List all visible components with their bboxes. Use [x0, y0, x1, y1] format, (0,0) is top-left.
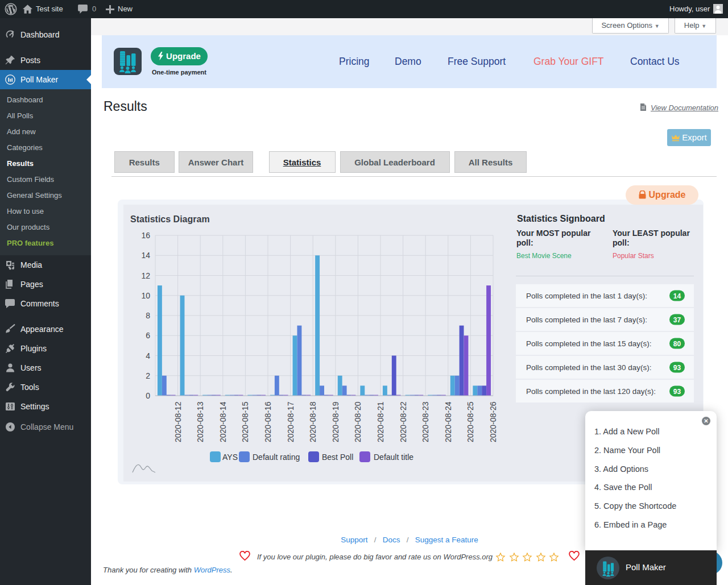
- svg-text:2020-08-20: 2020-08-20: [353, 401, 362, 442]
- svg-text:Your LEAST popular: Your LEAST popular: [613, 229, 690, 238]
- svg-text:Best Poll: Best Poll: [322, 453, 353, 462]
- svg-text:0: 0: [146, 391, 150, 400]
- svg-text:2020-08-26: 2020-08-26: [489, 401, 498, 442]
- svg-text:2020-08-23: 2020-08-23: [421, 401, 430, 442]
- svg-text:2020-08-25: 2020-08-25: [466, 401, 475, 442]
- svg-text:poll:: poll:: [613, 238, 630, 247]
- svg-text:Polls completed in the last 1: Polls completed in the last 1 day(s):: [526, 292, 647, 300]
- svg-text:2020-08-17: 2020-08-17: [286, 401, 295, 442]
- svg-text:Polls completed in the last 12: Polls completed in the last 120 day(s):: [526, 387, 656, 396]
- svg-text:2020-08-13: 2020-08-13: [196, 401, 205, 442]
- svg-text:2020-08-19: 2020-08-19: [331, 401, 340, 442]
- svg-text:Your MOST popular: Your MOST popular: [516, 229, 591, 238]
- svg-text:Polls completed in the last 30: Polls completed in the last 30 day(s):: [526, 363, 652, 372]
- svg-text:Statistics Signboard: Statistics Signboard: [517, 214, 605, 223]
- svg-text:12: 12: [141, 271, 150, 280]
- svg-text:poll:: poll:: [516, 238, 533, 247]
- svg-text:Polls completed in the last 7: Polls completed in the last 7 day(s):: [526, 316, 647, 324]
- svg-text:10: 10: [141, 291, 150, 300]
- svg-text:93: 93: [673, 388, 681, 396]
- svg-text:Polls completed in the last 15: Polls completed in the last 15 day(s):: [526, 339, 652, 348]
- svg-text:80: 80: [673, 340, 681, 348]
- svg-text:6: 6: [146, 331, 150, 340]
- svg-text:Default rating: Default rating: [253, 453, 300, 462]
- svg-text:2020-08-21: 2020-08-21: [376, 401, 385, 442]
- svg-text:16: 16: [141, 231, 150, 240]
- svg-text:2020-08-16: 2020-08-16: [263, 401, 272, 442]
- svg-text:14: 14: [673, 292, 681, 300]
- svg-text:2020-08-12: 2020-08-12: [173, 401, 183, 442]
- svg-text:8: 8: [146, 311, 150, 320]
- svg-text:93: 93: [673, 364, 681, 372]
- svg-text:37: 37: [673, 316, 681, 324]
- svg-text:2020-08-22: 2020-08-22: [399, 401, 408, 442]
- svg-text:2020-08-24: 2020-08-24: [444, 401, 453, 442]
- svg-text:2020-08-15: 2020-08-15: [241, 401, 250, 442]
- svg-text:Default title: Default title: [374, 453, 413, 462]
- svg-text:Best Movie Scene: Best Movie Scene: [516, 252, 572, 260]
- svg-text:Popular Stars: Popular Stars: [613, 252, 654, 260]
- svg-text:2020-08-14: 2020-08-14: [218, 401, 228, 442]
- svg-text:4: 4: [146, 351, 150, 360]
- svg-text:2: 2: [146, 371, 150, 380]
- svg-text:14: 14: [141, 251, 150, 260]
- svg-text:2020-08-18: 2020-08-18: [308, 401, 317, 442]
- svg-text:AYS: AYS: [222, 453, 238, 462]
- svg-text:Statistics Diagram: Statistics Diagram: [130, 214, 210, 224]
